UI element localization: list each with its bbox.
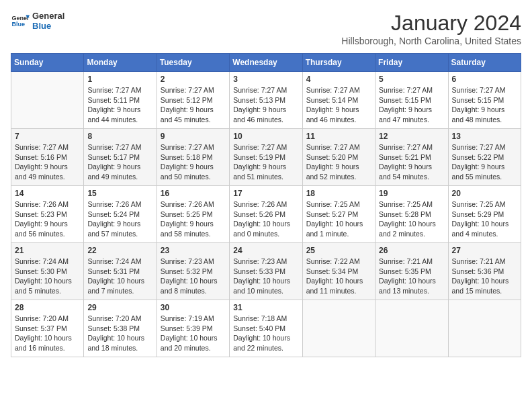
day-number: 28 [15, 303, 80, 312]
day-number: 13 [452, 132, 517, 141]
weekday-header-cell: Wednesday [230, 54, 302, 72]
calendar-day-cell: 1Sunrise: 7:27 AM Sunset: 5:11 PM Daylig… [84, 72, 157, 129]
calendar-day-cell: 26Sunrise: 7:21 AM Sunset: 5:35 PM Dayli… [375, 243, 448, 300]
day-info: Sunrise: 7:27 AM Sunset: 5:20 PM Dayligh… [306, 142, 371, 182]
calendar-day-cell: 22Sunrise: 7:24 AM Sunset: 5:31 PM Dayli… [84, 243, 157, 300]
day-info: Sunrise: 7:27 AM Sunset: 5:16 PM Dayligh… [15, 142, 80, 182]
calendar-day-cell: 21Sunrise: 7:24 AM Sunset: 5:30 PM Dayli… [11, 243, 84, 300]
day-number: 21 [15, 246, 80, 255]
day-number: 19 [379, 189, 444, 198]
day-number: 17 [233, 189, 298, 198]
day-info: Sunrise: 7:27 AM Sunset: 5:13 PM Dayligh… [233, 85, 298, 125]
day-number: 7 [15, 132, 80, 141]
day-number: 22 [87, 246, 152, 255]
day-info: Sunrise: 7:22 AM Sunset: 5:34 PM Dayligh… [306, 257, 371, 296]
calendar-day-cell: 12Sunrise: 7:27 AM Sunset: 5:21 PM Dayli… [375, 129, 448, 186]
calendar-week-row: 14Sunrise: 7:26 AM Sunset: 5:23 PM Dayli… [11, 186, 521, 243]
day-number: 18 [306, 189, 371, 198]
calendar-day-cell [375, 300, 448, 357]
day-info: Sunrise: 7:27 AM Sunset: 5:22 PM Dayligh… [452, 142, 517, 182]
calendar-day-cell: 7Sunrise: 7:27 AM Sunset: 5:16 PM Daylig… [11, 129, 84, 186]
calendar-day-cell: 3Sunrise: 7:27 AM Sunset: 5:13 PM Daylig… [230, 72, 302, 129]
day-info: Sunrise: 7:25 AM Sunset: 5:27 PM Dayligh… [306, 199, 371, 239]
day-number: 5 [379, 75, 444, 84]
calendar-day-cell: 24Sunrise: 7:23 AM Sunset: 5:33 PM Dayli… [230, 243, 302, 300]
day-info: Sunrise: 7:27 AM Sunset: 5:12 PM Dayligh… [161, 85, 226, 125]
calendar-day-cell: 20Sunrise: 7:25 AM Sunset: 5:29 PM Dayli… [448, 186, 521, 243]
logo-text-blue: Blue [32, 21, 64, 31]
calendar-day-cell: 8Sunrise: 7:27 AM Sunset: 5:17 PM Daylig… [84, 129, 157, 186]
calendar-day-cell: 16Sunrise: 7:26 AM Sunset: 5:25 PM Dayli… [157, 186, 229, 243]
day-number: 10 [233, 132, 298, 141]
calendar-day-cell: 19Sunrise: 7:25 AM Sunset: 5:28 PM Dayli… [375, 186, 448, 243]
day-info: Sunrise: 7:20 AM Sunset: 5:37 PM Dayligh… [15, 314, 80, 353]
calendar-day-cell: 4Sunrise: 7:27 AM Sunset: 5:14 PM Daylig… [302, 72, 375, 129]
calendar-day-cell: 31Sunrise: 7:18 AM Sunset: 5:40 PM Dayli… [230, 300, 302, 357]
calendar-day-cell: 13Sunrise: 7:27 AM Sunset: 5:22 PM Dayli… [448, 129, 521, 186]
day-info: Sunrise: 7:26 AM Sunset: 5:26 PM Dayligh… [233, 199, 298, 239]
calendar-day-cell: 14Sunrise: 7:26 AM Sunset: 5:23 PM Dayli… [11, 186, 84, 243]
calendar-day-cell: 28Sunrise: 7:20 AM Sunset: 5:37 PM Dayli… [11, 300, 84, 357]
calendar-day-cell: 5Sunrise: 7:27 AM Sunset: 5:15 PM Daylig… [375, 72, 448, 129]
day-info: Sunrise: 7:18 AM Sunset: 5:40 PM Dayligh… [233, 314, 298, 353]
day-number: 3 [233, 75, 298, 84]
day-number: 4 [306, 75, 371, 84]
calendar-day-cell: 25Sunrise: 7:22 AM Sunset: 5:34 PM Dayli… [302, 243, 375, 300]
weekday-header-cell: Thursday [302, 54, 375, 72]
calendar-week-row: 28Sunrise: 7:20 AM Sunset: 5:37 PM Dayli… [11, 300, 521, 357]
calendar-week-row: 21Sunrise: 7:24 AM Sunset: 5:30 PM Dayli… [11, 243, 521, 300]
calendar-day-cell: 17Sunrise: 7:26 AM Sunset: 5:26 PM Dayli… [230, 186, 302, 243]
day-info: Sunrise: 7:25 AM Sunset: 5:28 PM Dayligh… [379, 199, 444, 239]
day-info: Sunrise: 7:27 AM Sunset: 5:15 PM Dayligh… [452, 85, 517, 125]
day-number: 26 [379, 246, 444, 255]
day-number: 8 [87, 132, 152, 141]
day-number: 16 [161, 189, 226, 198]
svg-text:Blue: Blue [11, 21, 25, 28]
day-number: 29 [87, 303, 152, 312]
day-info: Sunrise: 7:27 AM Sunset: 5:15 PM Dayligh… [379, 85, 444, 125]
day-info: Sunrise: 7:23 AM Sunset: 5:32 PM Dayligh… [161, 257, 226, 296]
calendar-table: SundayMondayTuesdayWednesdayThursdayFrid… [11, 53, 521, 357]
weekday-header-cell: Sunday [11, 54, 84, 72]
calendar-day-cell: 27Sunrise: 7:21 AM Sunset: 5:36 PM Dayli… [448, 243, 521, 300]
day-info: Sunrise: 7:26 AM Sunset: 5:23 PM Dayligh… [15, 199, 80, 239]
calendar-week-row: 7Sunrise: 7:27 AM Sunset: 5:16 PM Daylig… [11, 129, 521, 186]
page-header: General Blue General Blue January 2024 H… [11, 11, 521, 46]
calendar-day-cell: 11Sunrise: 7:27 AM Sunset: 5:20 PM Dayli… [302, 129, 375, 186]
calendar-day-cell: 9Sunrise: 7:27 AM Sunset: 5:18 PM Daylig… [157, 129, 229, 186]
location-subtitle: Hillsborough, North Carolina, United Sta… [341, 36, 521, 46]
day-info: Sunrise: 7:26 AM Sunset: 5:24 PM Dayligh… [87, 199, 152, 239]
weekday-header-row: SundayMondayTuesdayWednesdayThursdayFrid… [11, 54, 521, 72]
title-section: January 2024 Hillsborough, North Carolin… [341, 11, 521, 46]
month-title: January 2024 [341, 11, 521, 36]
calendar-day-cell [302, 300, 375, 357]
weekday-header-cell: Saturday [448, 54, 521, 72]
logo-text-general: General [32, 11, 64, 21]
day-number: 24 [233, 246, 298, 255]
calendar-day-cell: 2Sunrise: 7:27 AM Sunset: 5:12 PM Daylig… [157, 72, 229, 129]
day-info: Sunrise: 7:27 AM Sunset: 5:19 PM Dayligh… [233, 142, 298, 182]
day-number: 23 [161, 246, 226, 255]
logo: General Blue General Blue [11, 11, 64, 31]
day-info: Sunrise: 7:25 AM Sunset: 5:29 PM Dayligh… [452, 199, 517, 239]
day-info: Sunrise: 7:27 AM Sunset: 5:17 PM Dayligh… [87, 142, 152, 182]
day-info: Sunrise: 7:24 AM Sunset: 5:31 PM Dayligh… [87, 257, 152, 296]
calendar-day-cell [11, 72, 84, 129]
day-number: 12 [379, 132, 444, 141]
weekday-header-cell: Friday [375, 54, 448, 72]
day-number: 9 [161, 132, 226, 141]
calendar-day-cell: 18Sunrise: 7:25 AM Sunset: 5:27 PM Dayli… [302, 186, 375, 243]
calendar-week-row: 1Sunrise: 7:27 AM Sunset: 5:11 PM Daylig… [11, 72, 521, 129]
day-info: Sunrise: 7:21 AM Sunset: 5:35 PM Dayligh… [379, 257, 444, 296]
day-number: 14 [15, 189, 80, 198]
logo-icon: General Blue [11, 11, 30, 30]
day-number: 15 [87, 189, 152, 198]
day-info: Sunrise: 7:27 AM Sunset: 5:18 PM Dayligh… [161, 142, 226, 182]
day-number: 6 [452, 75, 517, 84]
day-info: Sunrise: 7:27 AM Sunset: 5:14 PM Dayligh… [306, 85, 371, 125]
day-info: Sunrise: 7:24 AM Sunset: 5:30 PM Dayligh… [15, 257, 80, 296]
calendar-body: 1Sunrise: 7:27 AM Sunset: 5:11 PM Daylig… [11, 72, 521, 357]
day-info: Sunrise: 7:27 AM Sunset: 5:21 PM Dayligh… [379, 142, 444, 182]
calendar-day-cell: 15Sunrise: 7:26 AM Sunset: 5:24 PM Dayli… [84, 186, 157, 243]
day-number: 20 [452, 189, 517, 198]
